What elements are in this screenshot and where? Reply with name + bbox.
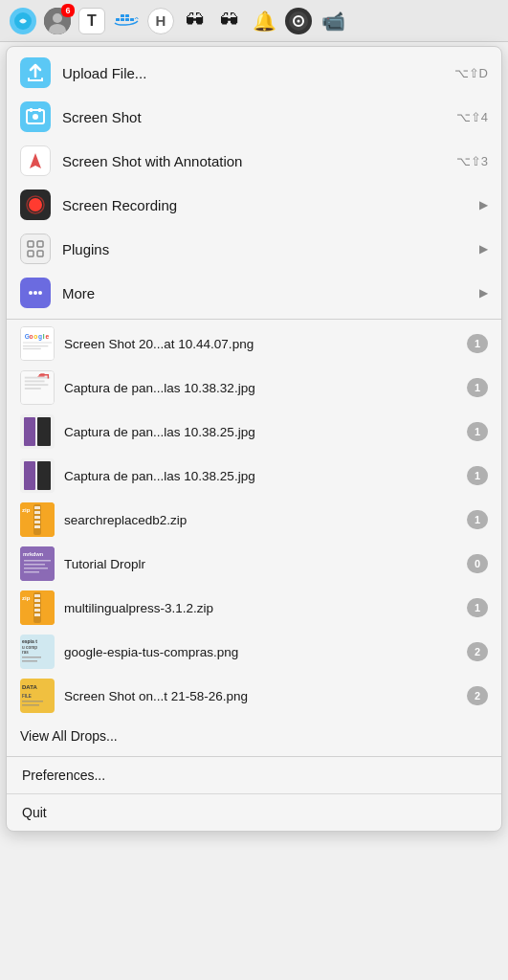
avatar-with-badge[interactable]: 6 [44, 8, 71, 34]
screenshot-icon [20, 101, 51, 132]
screenshot-label: Screen Shot [62, 109, 445, 125]
svg-rect-37 [25, 377, 50, 379]
svg-rect-34 [23, 345, 48, 346]
file-item[interactable]: Captura de pan...las 10.38.25.jpg 1 [7, 454, 501, 498]
svg-rect-40 [25, 388, 41, 390]
svg-rect-5 [121, 18, 124, 21]
file-item[interactable]: Captura de pan...las 10.38.32.jpg 1 [7, 366, 501, 410]
file-thumbnail: espia t u comp ras [20, 635, 55, 669]
circle-app-icon[interactable] [285, 8, 312, 34]
annotation-label: Screen Shot with Annotation [62, 153, 445, 169]
recording-icon [20, 189, 51, 220]
file-badge: 2 [467, 642, 488, 661]
svg-text:DATA: DATA [22, 684, 37, 690]
file-item[interactable]: mrkdwn Tutorial Droplr 0 [7, 542, 501, 586]
svg-rect-35 [23, 348, 41, 349]
annotation-icon [20, 145, 51, 176]
file-badge: 1 [467, 378, 488, 397]
file-badge: 1 [467, 422, 488, 441]
svg-rect-66 [34, 604, 40, 607]
plugins-item[interactable]: Plugins ▶ [7, 227, 501, 271]
file-thumbnail [20, 370, 55, 405]
file-item[interactable]: Captura de pan...las 10.38.25.jpg 1 [7, 410, 501, 454]
svg-text:espia t: espia t [22, 638, 37, 644]
file-item[interactable]: G o o g l e Screen Shot 20...at 10.44.07… [7, 322, 501, 366]
plugins-icon [20, 234, 51, 264]
svg-text:ras: ras [22, 650, 29, 655]
svg-rect-51 [34, 511, 40, 514]
svg-rect-73 [22, 657, 41, 658]
more-arrow: ▶ [479, 286, 488, 300]
annotation-shortcut: ⌥⇧3 [456, 154, 488, 168]
dropdown-menu: Upload File... ⌥⇧D Screen Shot ⌥⇧4 [6, 46, 502, 832]
file-name: Captura de pan...las 10.38.25.jpg [64, 425, 457, 439]
screenshot-item[interactable]: Screen Shot ⌥⇧4 [7, 95, 501, 139]
file-name: google-espia-tus-compras.png [64, 645, 457, 659]
droplr-logo-icon[interactable] [10, 8, 36, 34]
svg-text:o: o [33, 333, 37, 340]
bottom-section: Preferences... Quit [7, 757, 501, 831]
t-app-icon[interactable]: T [78, 8, 105, 34]
view-all-drops-item[interactable]: View All Drops... [7, 718, 501, 754]
svg-rect-43 [37, 417, 51, 446]
svg-rect-20 [37, 241, 43, 247]
svg-rect-38 [25, 380, 45, 382]
screenshot-shortcut: ⌥⇧4 [456, 110, 488, 124]
more-item[interactable]: More ▶ [7, 271, 501, 315]
avatar-badge: 6 [61, 4, 75, 17]
svg-text:e: e [46, 333, 50, 340]
upload-file-item[interactable]: Upload File... ⌥⇧D [7, 51, 501, 95]
sunglasses2-icon[interactable]: 🕶 [216, 8, 243, 34]
view-all-drops-label: View All Drops... [20, 728, 488, 744]
file-thumbnail: G o o g l e [20, 326, 55, 361]
svg-text:zip: zip [22, 507, 31, 513]
svg-rect-65 [34, 599, 40, 602]
h-app-icon[interactable]: H [147, 8, 174, 34]
quit-item[interactable]: Quit [7, 794, 501, 831]
file-name: Tutorial Droplr [64, 557, 457, 571]
svg-rect-53 [34, 521, 40, 523]
svg-point-16 [33, 114, 38, 120]
annotation-item[interactable]: Screen Shot with Annotation ⌥⇧3 [7, 139, 501, 183]
file-name: searchreplacedb2.zip [64, 513, 457, 527]
file-thumbnail [20, 458, 55, 493]
file-name: Captura de pan...las 10.38.25.jpg [64, 469, 457, 483]
svg-point-25 [38, 291, 42, 295]
svg-rect-64 [34, 594, 40, 597]
preferences-item[interactable]: Preferences... [7, 757, 501, 794]
svg-rect-58 [24, 564, 45, 566]
file-item[interactable]: zip multilingualpress-3.1.2.zip 1 [7, 586, 501, 630]
file-name: Captura de pan...las 10.38.32.jpg [64, 381, 457, 395]
file-badge: 1 [467, 510, 488, 529]
svg-rect-14 [30, 108, 33, 112]
svg-rect-9 [130, 18, 134, 21]
file-item[interactable]: DATA FILE Screen Shot on...t 21-58-26.pn… [7, 674, 501, 718]
plugins-label: Plugins [62, 241, 468, 257]
svg-rect-54 [34, 525, 40, 528]
svg-point-23 [29, 291, 33, 295]
recording-label: Screen Recording [62, 197, 468, 213]
svg-rect-22 [37, 251, 43, 256]
svg-text:zip: zip [22, 595, 31, 601]
file-item[interactable]: espia t u comp ras google-espia-tus-comp… [7, 630, 501, 674]
video-app-icon[interactable]: 📹 [320, 8, 346, 34]
svg-point-17 [29, 198, 42, 212]
topbar: 6 T H 🕶 🕶 🔔 📹 [0, 0, 508, 42]
sunglasses1-icon[interactable]: 🕶 [182, 8, 209, 34]
docker-icon[interactable] [113, 8, 140, 34]
svg-rect-78 [22, 701, 43, 702]
recording-item[interactable]: Screen Recording ▶ [7, 183, 501, 227]
upload-icon [20, 57, 51, 88]
svg-rect-57 [24, 560, 51, 562]
svg-rect-7 [125, 14, 129, 17]
svg-text:o: o [30, 333, 33, 340]
file-badge: 0 [467, 554, 488, 573]
file-badge: 1 [467, 466, 488, 485]
bell-icon[interactable]: 🔔 [251, 8, 277, 34]
svg-rect-45 [24, 461, 35, 490]
svg-rect-50 [34, 506, 40, 509]
file-item[interactable]: zip searchreplacedb2.zip 1 [7, 498, 501, 542]
svg-rect-74 [22, 660, 37, 662]
svg-rect-4 [116, 18, 120, 21]
svg-rect-21 [28, 251, 33, 256]
